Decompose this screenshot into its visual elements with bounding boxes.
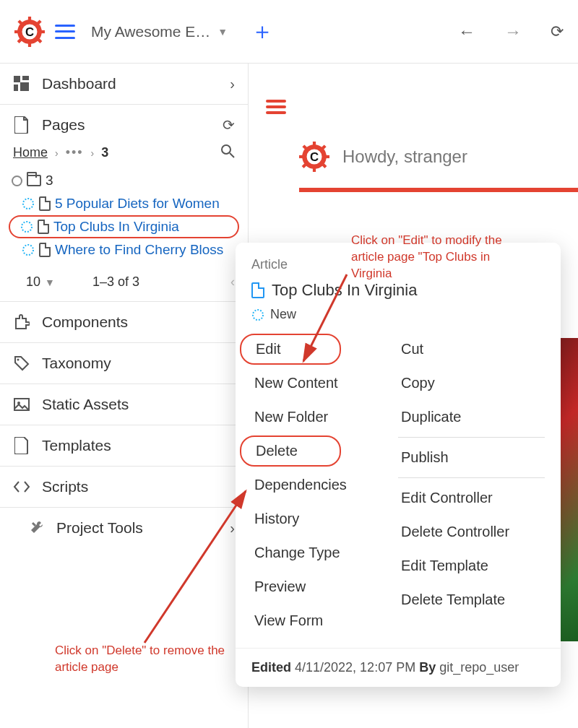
- ctx-cut[interactable]: Cut: [398, 332, 545, 366]
- nav-label: Components: [42, 313, 128, 331]
- nav-taxonomy[interactable]: Taxonomy: [0, 343, 248, 384]
- svg-line-15: [230, 153, 234, 157]
- refresh-pages-icon[interactable]: ⟳: [223, 116, 235, 134]
- svg-text:C: C: [310, 150, 319, 164]
- status-new-icon: [20, 220, 33, 233]
- svg-point-14: [222, 145, 230, 154]
- pager-prev-icon[interactable]: ‹: [230, 274, 235, 290]
- svg-rect-26: [325, 155, 329, 158]
- folder-icon: [27, 175, 41, 186]
- nav-scripts[interactable]: Scripts: [0, 467, 248, 507]
- ctx-new-folder[interactable]: New Folder: [251, 400, 398, 434]
- dashboard-label: Dashboard: [42, 75, 116, 92]
- tree-item[interactable]: Where to Find Cherry Bloss: [9, 238, 239, 261]
- context-menu: Article Top Clubs In Virginia New Edit N…: [236, 243, 561, 687]
- ctx-dependencies[interactable]: Dependencies: [251, 468, 398, 502]
- page-icon: [39, 196, 51, 211]
- pager: 10 ▼ 1–3 of 3 ‹: [0, 267, 248, 301]
- dashboard-icon: [13, 75, 30, 92]
- ctx-delete[interactable]: Delete: [240, 436, 341, 467]
- context-menu-footer: Edited 4/11/2022, 12:07 PM By git_repo_u…: [236, 648, 561, 687]
- context-menu-title-row: Top Clubs In Virginia: [236, 277, 561, 304]
- breadcrumb-home[interactable]: Home: [13, 145, 48, 160]
- svg-rect-3: [14, 30, 19, 32]
- ctx-copy[interactable]: Copy: [398, 366, 545, 400]
- nav-list: Components Taxonomy Static Assets Templa…: [0, 302, 248, 537]
- ctx-publish[interactable]: Publish: [398, 441, 545, 474]
- nav-project-tools[interactable]: Project Tools ›: [0, 508, 248, 537]
- ctx-history[interactable]: History: [251, 502, 398, 536]
- forward-icon[interactable]: →: [504, 22, 522, 42]
- ctx-view-form[interactable]: View Form: [251, 604, 398, 638]
- app-logo: C: [14, 17, 45, 47]
- refresh-icon[interactable]: ⟳: [551, 22, 564, 41]
- gear-logo-icon: C: [299, 142, 329, 172]
- breadcrumb-more[interactable]: •••: [66, 145, 84, 160]
- greeting-text: Howdy, stranger: [342, 147, 467, 167]
- tree-item-selected[interactable]: Top Clubs In Virginia: [9, 215, 239, 238]
- per-page-selector[interactable]: 10 ▼: [26, 274, 55, 290]
- svg-text:C: C: [25, 25, 34, 39]
- back-icon[interactable]: ←: [458, 22, 475, 42]
- puzzle-icon: [13, 313, 30, 331]
- context-menu-col-left: Edit New Content New Folder Delete Depen…: [251, 332, 398, 638]
- context-menu-heading: Article: [251, 257, 288, 272]
- ctx-delete-controller[interactable]: Delete Controller: [398, 515, 545, 549]
- caret-down-icon: ▼: [45, 277, 55, 288]
- nav-label: Templates: [42, 437, 111, 454]
- nav-label: Project Tools: [56, 519, 143, 537]
- tree-item[interactable]: 5 Popular Diets for Women: [9, 192, 239, 215]
- page-icon: [251, 282, 264, 298]
- footer-date: 4/11/2022, 12:07 PM: [295, 660, 415, 675]
- nav-static-assets[interactable]: Static Assets: [0, 384, 248, 425]
- status-label: New: [270, 307, 296, 322]
- tools-icon: [29, 519, 46, 537]
- ctx-change-type[interactable]: Change Type: [251, 536, 398, 570]
- separator: [398, 477, 545, 478]
- file-icon: [13, 437, 30, 454]
- topbar: C My Awesome E… ▼ ＋ ← → ⟳: [0, 0, 578, 64]
- search-icon[interactable]: [220, 144, 235, 162]
- chevron-right-icon: ›: [55, 147, 59, 159]
- ctx-duplicate[interactable]: Duplicate: [398, 400, 545, 434]
- nav-label: Static Assets: [42, 396, 129, 413]
- dashboard-section[interactable]: Dashboard ›: [0, 64, 248, 105]
- footer-by-label: By: [419, 660, 436, 675]
- svg-rect-11: [22, 76, 29, 80]
- svg-point-19: [17, 359, 20, 361]
- menu-toggle-icon[interactable]: [55, 25, 75, 39]
- footer-edited-label: Edited: [251, 660, 291, 675]
- chevron-right-icon: ›: [91, 147, 95, 159]
- status-ring-icon: [12, 176, 22, 186]
- pages-section: Pages ⟳ Home › ••• › 3 3: [0, 105, 248, 302]
- nav-label: Taxonomy: [42, 355, 111, 372]
- svg-rect-25: [299, 155, 303, 158]
- page-icon: [13, 116, 30, 134]
- ctx-new-content[interactable]: New Content: [251, 366, 398, 400]
- chevron-right-icon: ›: [230, 76, 235, 92]
- site-selector[interactable]: My Awesome E… ▼: [91, 23, 228, 40]
- add-button[interactable]: ＋: [251, 16, 274, 48]
- svg-rect-24: [313, 168, 316, 172]
- code-icon: [13, 478, 30, 495]
- ctx-edit-controller[interactable]: Edit Controller: [398, 481, 545, 515]
- tree-item-label: Where to Find Cherry Bloss: [55, 242, 223, 258]
- status-new-icon: [22, 197, 35, 210]
- nav-components[interactable]: Components: [0, 302, 248, 342]
- tree-item-label: 5 Popular Diets for Women: [55, 196, 220, 212]
- chevron-right-icon: ›: [230, 520, 235, 537]
- separator: [398, 437, 545, 438]
- per-page-value: 10: [26, 274, 40, 290]
- preview-menu-icon[interactable]: [266, 100, 286, 114]
- nav-templates[interactable]: Templates: [0, 425, 248, 466]
- ctx-delete-template[interactable]: Delete Template: [398, 583, 545, 617]
- ctx-preview[interactable]: Preview: [251, 570, 398, 604]
- greeting-row: C Howdy, stranger: [299, 142, 578, 172]
- context-menu-title: Top Clubs In Virginia: [272, 281, 417, 300]
- tree-folder[interactable]: 3: [9, 169, 239, 192]
- ctx-edit[interactable]: Edit: [240, 334, 341, 365]
- image-icon: [13, 396, 30, 413]
- ctx-edit-template[interactable]: Edit Template: [398, 549, 545, 583]
- tag-icon: [13, 355, 30, 372]
- svg-rect-23: [313, 142, 316, 146]
